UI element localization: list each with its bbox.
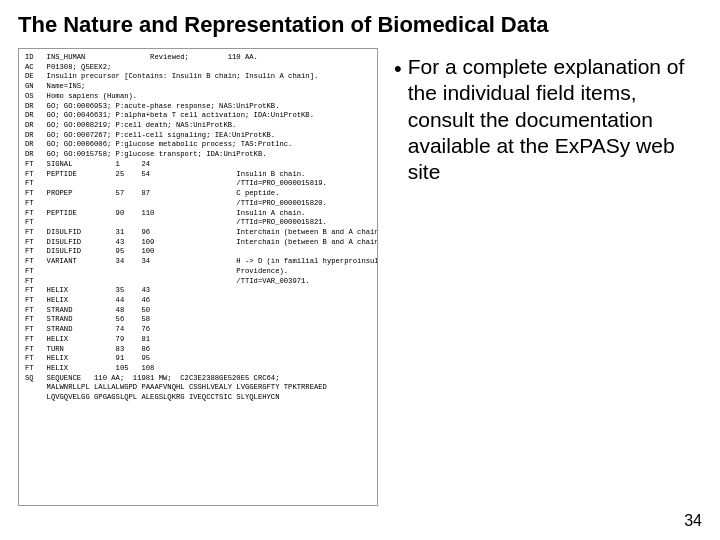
bullet-symbol: • (394, 58, 402, 80)
left-panel: ID INS_HUMAN Reviewed; 110 AA. AC P01308… (18, 48, 378, 506)
uniprot-record: ID INS_HUMAN Reviewed; 110 AA. AC P01308… (25, 53, 371, 403)
page-number: 34 (18, 506, 702, 530)
bullet-text: For a complete explanation of the indivi… (408, 54, 702, 185)
bullet-point: • For a complete explanation of the indi… (394, 54, 702, 185)
page-title: The Nature and Representation of Biomedi… (18, 12, 702, 38)
right-panel: • For a complete explanation of the indi… (388, 48, 702, 506)
content-area: ID INS_HUMAN Reviewed; 110 AA. AC P01308… (18, 48, 702, 506)
page: The Nature and Representation of Biomedi… (0, 0, 720, 540)
